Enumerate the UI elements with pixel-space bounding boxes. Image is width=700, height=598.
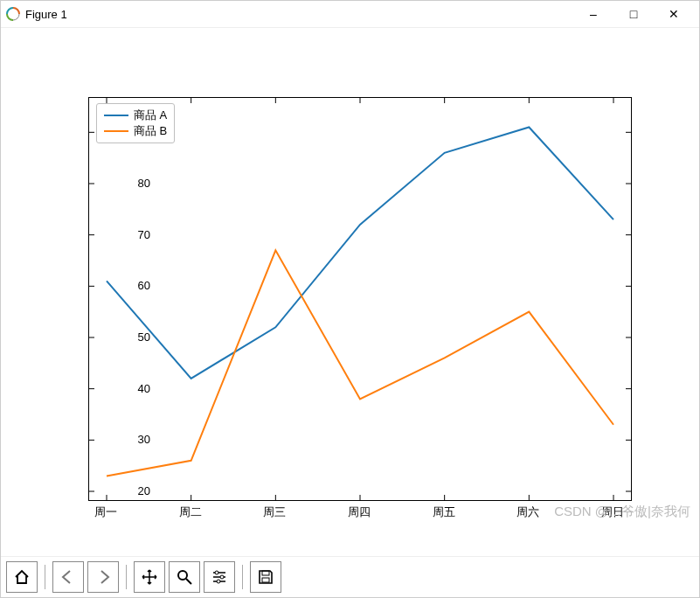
line-series[interactable] (107, 127, 613, 378)
back-icon (59, 568, 77, 586)
figure-canvas[interactable]: 2030405060708090 周一周二周三周四周五周六周日 商品 A 商品 … (1, 27, 699, 560)
axes[interactable]: 商品 A 商品 B (88, 97, 632, 501)
pan-icon (141, 568, 158, 586)
legend[interactable]: 商品 A 商品 B (96, 103, 175, 143)
home-button[interactable] (6, 561, 38, 593)
toolbar-separator (126, 565, 127, 589)
window-title: Figure 1 (25, 8, 67, 21)
svg-rect-36 (262, 578, 269, 582)
forward-button[interactable] (87, 561, 119, 593)
toolbar (1, 556, 699, 597)
titlebar[interactable]: Figure 1 – □ ✕ (1, 1, 699, 28)
back-button[interactable] (52, 561, 84, 593)
close-button[interactable]: ✕ (654, 1, 694, 27)
svg-point-32 (215, 571, 218, 574)
x-tick-label: 周一 (80, 504, 132, 520)
maximize-button[interactable]: □ (613, 1, 654, 27)
close-icon: ✕ (669, 7, 679, 21)
legend-label: 商品 A (134, 108, 167, 123)
config-icon (211, 568, 228, 586)
minimize-icon: – (590, 7, 597, 21)
toolbar-separator (45, 565, 45, 589)
legend-item[interactable]: 商品 A (104, 108, 167, 123)
svg-point-31 (178, 571, 187, 580)
zoom-button[interactable] (169, 561, 200, 593)
legend-label: 商品 B (134, 123, 167, 139)
x-tick-label: 周六 (502, 504, 554, 520)
svg-point-34 (217, 580, 220, 583)
save-icon (257, 568, 274, 586)
x-tick-label: 周五 (418, 504, 470, 520)
x-tick-label: 周三 (248, 504, 301, 520)
app-icon (6, 7, 20, 21)
forward-icon (94, 568, 112, 586)
toolbar-separator (242, 565, 243, 589)
legend-item[interactable]: 商品 B (104, 123, 167, 139)
svg-point-33 (220, 575, 224, 579)
legend-swatch (104, 115, 128, 116)
legend-swatch (104, 130, 128, 132)
x-tick-label: 周四 (333, 504, 385, 520)
zoom-icon (176, 568, 193, 586)
watermark: CSDN @…爷傲|奈我何 (554, 504, 690, 520)
x-tick-label: 周二 (164, 504, 217, 520)
save-button[interactable] (250, 561, 281, 593)
line-series[interactable] (107, 250, 613, 476)
home-icon (13, 568, 31, 586)
pan-button[interactable] (134, 561, 165, 593)
maximize-icon: □ (630, 7, 637, 21)
minimize-button[interactable]: – (573, 1, 613, 27)
figure-window: Figure 1 – □ ✕ 2030405060708090 周一周二周三周四… (0, 0, 700, 598)
configure-button[interactable] (204, 561, 235, 593)
